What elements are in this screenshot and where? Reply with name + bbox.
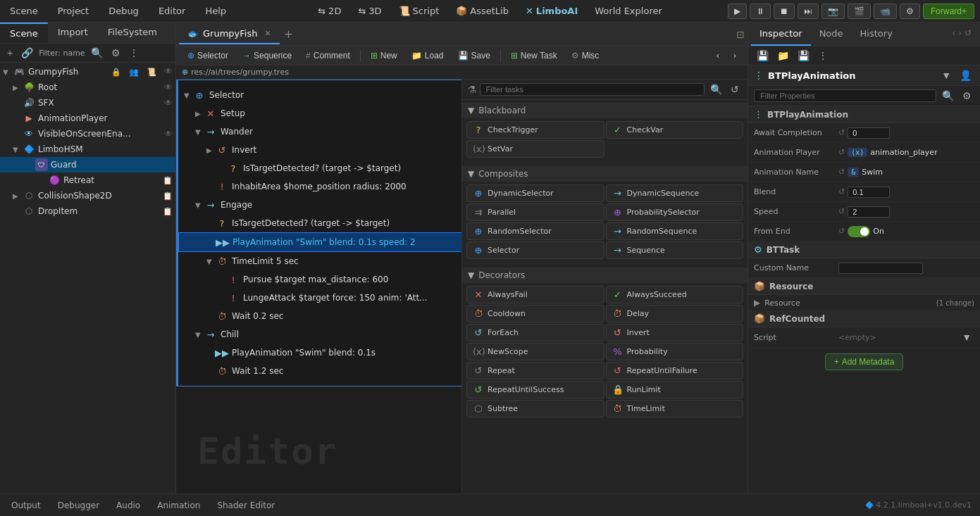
await-completion-reset[interactable]: ↺	[838, 128, 845, 137]
task-repeatuntilsuccess[interactable]: ↺ RepeatUntilSuccess	[466, 381, 604, 398]
bt-back-btn[interactable]: ‹	[711, 49, 725, 63]
btplayanimation-header[interactable]: ⋮ BTPlayAnimation	[748, 106, 980, 123]
tasks-options-btn[interactable]: ↺	[728, 82, 742, 96]
new-btn[interactable]: ⊞ New	[365, 49, 403, 63]
camera-btn[interactable]: 📷	[821, 4, 845, 19]
bt-node-playswim[interactable]: ▶ ▶▶ PlayAnimation "Swim" blend: 0.1s sp…	[178, 232, 461, 252]
bt-node-wait12[interactable]: ▶ ⏱ Wait 1.2 sec	[178, 362, 461, 380]
task-probability[interactable]: % Probability	[606, 343, 744, 360]
bt-node-inhabit[interactable]: ▶ ! InhabitArea $home_position radius: 2…	[178, 177, 461, 196]
inspector-save-scene-btn[interactable]: 💾	[754, 49, 771, 63]
btn-limboai[interactable]: ✕ LimboAI	[521, 4, 582, 18]
save-btn[interactable]: 💾 Save	[452, 49, 496, 63]
tab-output[interactable]: Output	[8, 499, 44, 512]
task-sequence[interactable]: → Sequence	[606, 241, 744, 259]
bt-node-lungeattack[interactable]: ▶ ! LungeAttack $target force: 150 anim:…	[178, 289, 461, 307]
task-delay[interactable]: ⏱ Delay	[606, 305, 744, 322]
selector-btn[interactable]: ⊕ Selector	[182, 49, 234, 63]
custom-name-input[interactable]	[838, 263, 923, 274]
tree-item-root[interactable]: ▶ 🌳 Root 👁	[0, 80, 175, 95]
task-probabilityselector[interactable]: ⊕ ProbabilitySelector	[606, 203, 744, 221]
tab-shader-editor[interactable]: Shader Editor	[214, 499, 278, 512]
menu-item-help[interactable]: Help	[201, 4, 230, 18]
bt-node-chill[interactable]: ▼ → Chill	[178, 325, 461, 344]
task-setvar[interactable]: (x) SetVar	[466, 140, 604, 158]
inspector-save-btn[interactable]: 💾	[795, 49, 812, 63]
task-alwaysfail[interactable]: ✕ AlwaysFail	[466, 286, 604, 303]
tab-animation[interactable]: Animation	[154, 499, 203, 512]
pause-btn[interactable]: ⏸	[750, 4, 771, 19]
filter-search-icon[interactable]: 🔍	[939, 89, 957, 103]
bt-node-timelimit[interactable]: ▼ ⏱ TimeLimit 5 sec	[178, 252, 461, 270]
inspector-refresh-btn[interactable]: ↺	[965, 28, 972, 40]
task-timelimit[interactable]: ⏱ TimeLimit	[606, 400, 744, 417]
bt-node-istarget1[interactable]: ▶ ? IsTargetDetected? (target -> $target…	[178, 159, 461, 177]
btn-script[interactable]: 📜 Script	[395, 4, 444, 18]
script-dropdown-btn[interactable]: ▼	[959, 330, 974, 344]
task-dynamicselector[interactable]: ⊕ DynamicSelector	[466, 184, 604, 202]
tasks-search-input[interactable]	[480, 83, 705, 96]
inspector-load-btn[interactable]: 📁	[774, 49, 792, 63]
inspector-more-btn[interactable]: ⋮	[815, 49, 831, 63]
filter-settings-icon[interactable]: ⚙	[960, 89, 974, 103]
comment-btn[interactable]: # Comment	[300, 49, 356, 63]
task-alwayssucceed[interactable]: ✓ AlwaysSucceed	[606, 286, 744, 303]
bt-node-pursue[interactable]: ▶ ! Pursue $target max_distance: 600	[178, 270, 461, 289]
bt-forward-btn[interactable]: ›	[728, 49, 742, 63]
tab-close-btn[interactable]: ✕	[264, 29, 271, 38]
task-newscope[interactable]: (x) NewScope	[466, 343, 604, 360]
btn-3d[interactable]: ⇆ 3D	[354, 4, 385, 18]
play-btn[interactable]: ▶	[728, 4, 747, 19]
speed-reset[interactable]: ↺	[838, 207, 845, 216]
step-btn[interactable]: ⏭	[798, 4, 819, 19]
bt-node-invert[interactable]: ▶ ↺ Invert	[178, 141, 461, 159]
task-repeat[interactable]: ↺ Repeat	[466, 362, 604, 379]
tree-item-sfx[interactable]: ▶ 🔊 SFX 👁	[0, 95, 175, 111]
tab-inspector[interactable]: Inspector	[751, 23, 811, 46]
sequence-btn[interactable]: → Sequence	[237, 49, 297, 63]
btn-assetlib[interactable]: 📦 AssetLib	[452, 4, 513, 18]
scene-settings-btn[interactable]: ⚙	[108, 46, 123, 60]
resource-section-header[interactable]: 📦 Resource	[748, 278, 980, 295]
task-cooldown[interactable]: ⏱ Cooldown	[466, 305, 604, 322]
task-checktrigger[interactable]: ? CheckTrigger	[466, 121, 604, 139]
bt-node-wait02[interactable]: ▶ ⏱ Wait 0.2 sec	[178, 307, 461, 325]
bt-node-engage[interactable]: ▼ → Engage	[178, 196, 461, 214]
tasks-refresh-btn[interactable]: 🔍	[707, 82, 725, 96]
tree-item-retreat[interactable]: ▶ 🟣 Retreat 📋	[0, 172, 175, 188]
await-completion-input[interactable]	[848, 127, 890, 139]
bttask-section-header[interactable]: ⚙ BTTask	[748, 241, 980, 258]
movie-btn[interactable]: 🎬	[848, 4, 871, 19]
new-task-btn[interactable]: ⊞ New Task	[505, 49, 563, 63]
task-runlimit[interactable]: 🔒 RunLimit	[606, 381, 744, 398]
task-selector[interactable]: ⊕ Selector	[466, 241, 604, 259]
filter-props-input[interactable]	[754, 89, 936, 102]
stop-btn[interactable]: ⏹	[774, 4, 795, 19]
blend-reset[interactable]: ↺	[838, 187, 845, 196]
tab-add-btn[interactable]: +	[280, 27, 297, 41]
tree-item-guard[interactable]: ▶ 🛡 Guard	[0, 157, 175, 172]
load-btn[interactable]: 📁 Load	[406, 49, 449, 63]
inspector-forward-btn[interactable]: ›	[958, 28, 962, 40]
btn-2d[interactable]: ⇆ 2D	[314, 4, 345, 18]
tree-item-animplayer[interactable]: ▶ ▶ AnimationPlayer	[0, 111, 175, 126]
from-end-toggle[interactable]	[848, 226, 870, 237]
tab-filesystem[interactable]: FileSystem	[98, 23, 167, 43]
task-parallel[interactable]: ⇉ Parallel	[466, 203, 604, 221]
task-foreach[interactable]: ↺ ForEach	[466, 324, 604, 341]
task-dynamicsequence[interactable]: → DynamicSequence	[606, 184, 744, 202]
task-checkvar[interactable]: ✓ CheckVar	[606, 121, 744, 139]
task-subtree[interactable]: ⬡ Subtree	[466, 400, 604, 417]
tab-expand-btn[interactable]: ⊡	[736, 29, 745, 40]
bt-node-selector[interactable]: ▼ ⊕ Selector	[178, 86, 461, 104]
filter-search-btn[interactable]: 🔍	[88, 46, 106, 60]
inspector-history-btn[interactable]: ‹	[952, 28, 955, 40]
tree-item-grumpyfish[interactable]: ▼ 🎮 GrumpyFish 🔒 👥 📜 👁	[0, 64, 175, 80]
misc-btn[interactable]: ⚙ Misc	[566, 49, 605, 63]
settings-btn[interactable]: ⚙	[900, 4, 920, 19]
tree-item-limbohsm[interactable]: ▼ 🔷 LimboHSM	[0, 141, 175, 157]
node-dropdown-btn[interactable]: ▼	[938, 68, 954, 82]
bt-node-wander[interactable]: ▼ → Wander	[178, 122, 461, 141]
composites-header[interactable]: ▼ Composites	[462, 166, 748, 182]
blend-input[interactable]	[848, 187, 890, 198]
